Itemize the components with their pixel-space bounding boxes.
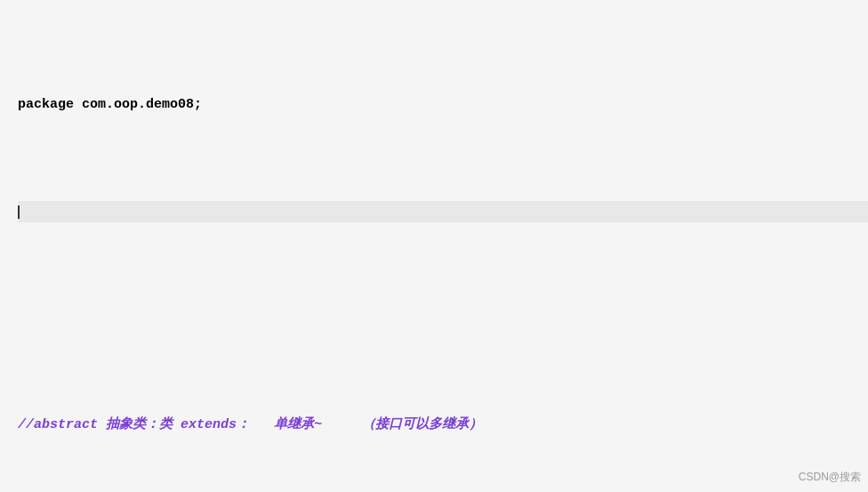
code-line-2 [18,201,868,222]
code-editor: package com.oop.demo08; //abstract 抽象类：类… [0,0,868,492]
code-line-3 [18,308,868,329]
watermark: CSDN@搜索 [799,470,861,485]
code-line-4: //abstract 抽象类：类 extends： 单继承~ （接口可以多继承） [18,415,868,436]
text-cursor [18,206,20,219]
code-content: package com.oop.demo08; //abstract 抽象类：类… [18,9,868,492]
code-line-1: package com.oop.demo08; [18,94,868,116]
